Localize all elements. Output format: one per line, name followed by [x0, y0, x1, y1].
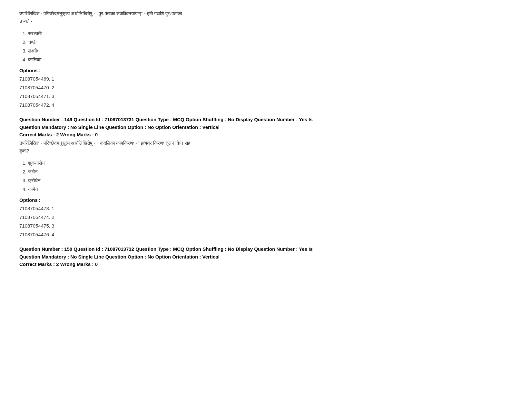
question-149-text: उपरिलिखित - परिच्छेदमनुसृत्य अधोलिखितेषु… — [19, 139, 513, 155]
question-149-section: Question Number : 149 Question Id : 7108… — [19, 116, 513, 239]
question-149-options: 1. शुकनासेन 2. जलेन 3. क्रोधेन 4. कामेन — [23, 159, 513, 193]
option-ids-149: 71087054473. 1 71087054474. 2 7108705447… — [19, 204, 513, 239]
option-id-4: 71087054472. 4 — [19, 101, 513, 109]
option-3: 3. लक्ष्मीः — [23, 46, 513, 55]
option-2: 2. जलेन — [23, 167, 513, 176]
option-4: 4. कालिका — [23, 55, 513, 64]
question-150-meta-line1: Question Number : 150 Question Id : 7108… — [19, 245, 513, 253]
question-149-marks: Correct Marks : 2 Wrong Marks : 0 — [19, 132, 513, 137]
option-id-2: 71087054470. 2 — [19, 83, 513, 92]
question-149-meta-line2: Question Mandatory : No Single Line Ques… — [19, 123, 513, 131]
question-150-meta-line2: Question Mandatory : No Single Line Ques… — [19, 253, 513, 261]
question-150-marks: Correct Marks : 2 Wrong Marks : 0 — [19, 261, 513, 267]
question-150-meta: Question Number : 150 Question Id : 7108… — [19, 245, 513, 261]
option-1: 1. सरस्वती — [23, 29, 513, 38]
option-id-1: 71087054473. 1 — [19, 204, 513, 213]
option-4: 4. कामेन — [23, 185, 513, 193]
question-148-text: उपरिलिखित - परिच्छेदमनुसृत्य अधोलिखितेषु… — [19, 10, 513, 25]
question-150-section: Question Number : 150 Question Id : 7108… — [19, 245, 513, 267]
option-id-3: 71087054471. 3 — [19, 92, 513, 101]
question-148-options: 1. सरस्वती 2. चण्डी 3. लक्ष्मीः 4. कालिक… — [23, 29, 513, 64]
question-149-meta-line1: Question Number : 149 Question Id : 7108… — [19, 116, 513, 123]
option-2: 2. चण्डी — [23, 38, 513, 46]
options-label-149: Options : — [19, 197, 513, 203]
option-id-3: 71087054475. 3 — [19, 221, 513, 230]
question-148-end: उपरिलिखित - परिच्छेदमनुसृत्य अधोलिखितेषु… — [19, 10, 513, 109]
options-label-148: Options : — [19, 68, 513, 73]
option-ids-148: 71087054469. 1 71087054470. 2 7108705447… — [19, 74, 513, 109]
option-1: 1. शुकनासेन — [23, 159, 513, 167]
option-3: 3. क्रोधेन — [23, 176, 513, 185]
option-id-4: 71087054476. 4 — [19, 230, 513, 239]
option-id-2: 71087054474. 2 — [19, 213, 513, 221]
option-id-1: 71087054469. 1 — [19, 74, 513, 83]
question-149-meta: Question Number : 149 Question Id : 7108… — [19, 116, 513, 131]
